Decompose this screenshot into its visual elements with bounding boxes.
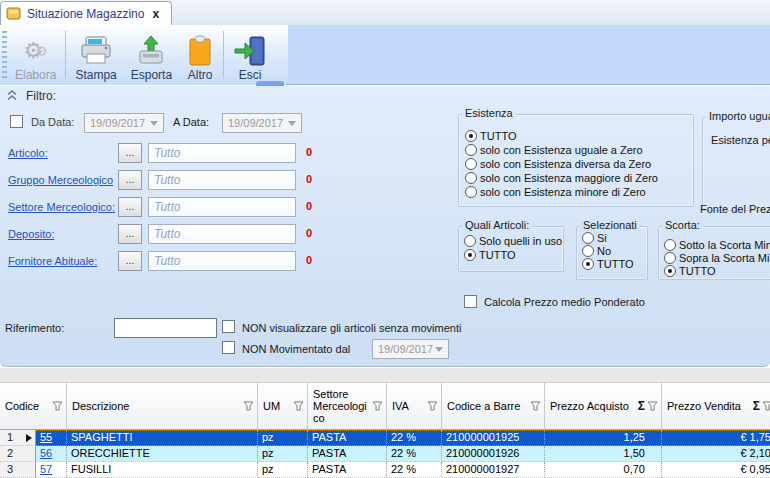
cell-prezzo-vendita[interactable]: € 0,95 [662,462,770,478]
settore-merceologico-link[interactable]: Settore Merceologico: [8,201,115,213]
cell-prezzo-vendita[interactable]: € 1,75 [662,430,770,446]
cell-descrizione[interactable]: SPAGHETTI [67,430,258,446]
fornitore-input[interactable]: Tutto [148,251,296,271]
radio-esistenza-diversa-zero[interactable]: solo con Esistenza diversa da Zero [465,158,651,170]
dropdown-arrow-icon [288,121,296,126]
column-header-prezzo-vendita[interactable]: Prezzo Vendita Σ [662,383,770,430]
cell-codice[interactable]: 55 [36,430,67,446]
cell-settore[interactable]: PASTA [308,446,387,462]
calcola-prezzo-checkbox[interactable] [464,295,477,308]
filter-funnel-icon[interactable] [647,401,658,411]
articolo-input[interactable]: Tutto [148,143,296,163]
filter-funnel-icon[interactable] [427,401,438,411]
scorta-title: Scorta: [662,219,703,231]
da-data-combo[interactable]: 19/09/2017 [84,113,164,133]
cell-um[interactable]: pz [258,462,308,478]
table-row[interactable]: 2 56 ORECCHIETTE pz PASTA 22 % 210000001… [0,446,770,462]
collapse-chevrons-icon[interactable] [6,89,18,103]
importo-title: Importo uguale [706,110,770,122]
radio-scorta-sopra-minima[interactable]: Sopra la Scorta Minima [664,252,770,264]
row-indicator[interactable]: 3 [0,462,36,478]
altro-button[interactable]: Altro [179,25,221,85]
cell-iva[interactable]: 22 % [387,462,442,478]
non-movimentato-checkbox[interactable] [222,341,235,354]
column-header-descrizione[interactable]: Descrizione [67,383,258,430]
radio-selezionati-si[interactable]: Si [582,232,607,244]
esci-button[interactable]: Esci [226,25,274,85]
cell-codice[interactable]: 56 [36,446,67,462]
cell-codice-a-barre[interactable]: 210000001927 [442,462,545,478]
radio-esistenza-tutto[interactable]: TUTTO [465,130,516,142]
cell-prezzo-acquisto[interactable]: 1,50 [545,446,662,462]
cell-um[interactable]: pz [258,446,308,462]
cell-descrizione[interactable]: ORECCHIETTE [67,446,258,462]
cell-iva[interactable]: 22 % [387,446,442,462]
radio-esistenza-uguale-zero[interactable]: solo con Esistenza uguale a Zero [465,144,643,156]
cell-iva[interactable]: 22 % [387,430,442,446]
radio-quali-solo-in-uso[interactable]: Solo quelli in uso [464,235,562,247]
filter-funnel-icon[interactable] [243,401,254,411]
filter-funnel-icon[interactable] [293,401,304,411]
gruppo-browse-button[interactable]: ... [118,170,142,190]
settore-input[interactable]: Tutto [148,197,296,217]
cell-prezzo-acquisto[interactable]: 1,25 [545,430,662,446]
deposito-browse-button[interactable]: ... [118,224,142,244]
table-row[interactable]: 3 57 FUSILLI pz PASTA 22 % 210000001927 … [0,462,770,478]
tab-situazione-magazzino[interactable]: Situazione Magazzino x [0,1,172,25]
radio-esistenza-minore-zero[interactable]: solo con Esistenza minore di Zero [465,186,646,198]
radio-esistenza-maggiore-zero[interactable]: solo con Esistenza maggiore di Zero [465,172,658,184]
column-header-um[interactable]: UM [258,383,308,430]
cell-um[interactable]: pz [258,430,308,446]
articolo-link[interactable]: Articolo: [8,147,48,159]
non-visualizzare-label: NON visualizzare gli articoli senza movi… [242,322,461,334]
radio-icon [465,172,477,184]
filter-funnel-icon[interactable] [762,401,770,411]
clipboard-icon [186,34,214,68]
radio-selezionati-no[interactable]: No [582,245,611,257]
da-data-checkbox[interactable] [10,115,23,128]
filter-funnel-icon[interactable] [52,401,63,411]
sum-icon[interactable]: Σ [638,399,645,413]
cell-codice[interactable]: 57 [36,462,67,478]
column-header-settore[interactable]: Settore Merceologico [308,383,387,430]
toolbar-grip[interactable] [2,31,7,79]
column-header-iva[interactable]: IVA [387,383,442,430]
gruppo-merceologico-link[interactable]: Gruppo Merceologico [8,174,113,186]
tab-close-icon[interactable]: x [150,7,161,21]
a-data-combo[interactable]: 19/09/2017 [222,113,302,133]
non-movimentato-combo[interactable]: 19/09/2017 [372,339,449,359]
fornitore-browse-button[interactable]: ... [118,251,142,271]
cell-prezzo-acquisto[interactable]: 0,70 [545,462,662,478]
column-header-prezzo-acquisto[interactable]: Prezzo Acquisto Σ [545,383,662,430]
sum-icon[interactable]: Σ [753,399,760,413]
cell-codice-a-barre[interactable]: 210000001926 [442,446,545,462]
cell-settore[interactable]: PASTA [308,462,387,478]
settore-browse-button[interactable]: ... [118,197,142,217]
filter-funnel-icon[interactable] [530,401,541,411]
radio-selezionati-tutto[interactable]: TUTTO [582,258,633,270]
non-visualizzare-checkbox[interactable] [222,320,235,333]
da-data-value: 19/09/2017 [90,117,145,129]
stampa-button[interactable]: Stampa [68,25,123,85]
riferimento-input[interactable] [114,318,217,338]
cell-descrizione[interactable]: FUSILLI [67,462,258,478]
radio-quali-tutto[interactable]: TUTTO [464,249,515,261]
gruppo-input[interactable]: Tutto [148,170,296,190]
row-indicator[interactable]: 2 [0,446,36,462]
esporta-button[interactable]: Esporta [124,25,179,85]
column-header-codice-a-barre[interactable]: Codice a Barre [442,383,545,430]
radio-scorta-tutto[interactable]: TUTTO [664,265,715,277]
row-indicator[interactable]: 1 [0,430,36,446]
filter-funnel-icon[interactable] [372,401,383,411]
cell-codice-a-barre[interactable]: 210000001925 [442,430,545,446]
fornitore-abituale-link[interactable]: Fornitore Abituale: [8,255,97,267]
deposito-input[interactable]: Tutto [148,224,296,244]
cell-prezzo-vendita[interactable]: € 2,10 [662,446,770,462]
radio-scorta-sotto-minima[interactable]: Sotto la Scorta Minima [664,239,770,251]
cell-settore[interactable]: PASTA [308,430,387,446]
articolo-browse-button[interactable]: ... [118,143,142,163]
deposito-link[interactable]: Deposito: [8,228,54,240]
column-header-codice[interactable]: Codice [0,383,67,430]
elabora-button[interactable]: ⚙⚙ Elabora [8,25,63,85]
table-row[interactable]: 1 55 SPAGHETTI pz PASTA 22 % 21000000192… [0,430,770,446]
